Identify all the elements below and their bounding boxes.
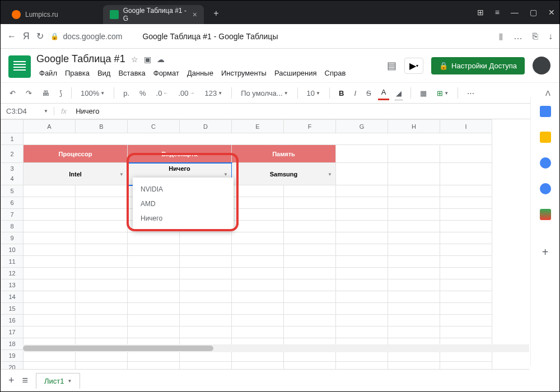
keep-icon[interactable] (540, 132, 551, 143)
redo-icon[interactable]: ↷ (22, 87, 35, 100)
menu-format[interactable]: Формат (151, 67, 182, 79)
col-header[interactable]: B (76, 120, 128, 133)
cloud-icon[interactable]: ☁ (157, 55, 165, 64)
paint-format-icon[interactable]: ⟆ (56, 87, 66, 100)
maps-icon[interactable] (540, 209, 551, 220)
font-size-select[interactable]: 10 ▼ (304, 87, 324, 100)
dropdown-arrow-icon[interactable]: ▼ (328, 171, 332, 176)
browser-tab-inactive[interactable]: Lumpics.ru (5, 5, 103, 24)
zoom-select[interactable]: 100% ▼ (77, 87, 108, 100)
italic-button[interactable]: I (351, 87, 360, 100)
document-title[interactable]: Google Таблица #1 (36, 53, 125, 65)
row-header[interactable]: 16 (1, 315, 24, 326)
col-header[interactable]: G (336, 120, 388, 133)
header-processor[interactable]: Процессор (24, 145, 128, 163)
bold-button[interactable]: B (335, 87, 347, 100)
more-icon[interactable]: … (514, 31, 522, 41)
menu-file[interactable]: Файл (36, 67, 60, 79)
fill-color-button[interactable]: ◢ (393, 87, 405, 100)
reload-icon[interactable]: ↻ (36, 31, 44, 41)
header-memory[interactable]: Память (232, 145, 336, 163)
col-header[interactable]: I (440, 120, 492, 133)
sheets-logo-icon[interactable] (8, 55, 31, 78)
row-header[interactable]: 17 (1, 326, 24, 338)
select-all-corner[interactable] (1, 120, 24, 133)
decrease-decimal-button[interactable]: .0← (153, 87, 172, 100)
format-123-button[interactable]: 123 ▼ (202, 87, 226, 100)
star-icon[interactable]: ☆ (131, 55, 138, 64)
share-button[interactable]: 🔒 Настройки Доступа (431, 57, 525, 74)
menu-data[interactable]: Данные (184, 67, 216, 79)
row-header[interactable]: 8 (1, 221, 24, 232)
back-icon[interactable]: ← (7, 31, 16, 41)
move-icon[interactable]: ▣ (144, 55, 151, 64)
increase-decimal-button[interactable]: .00→ (175, 87, 198, 100)
spreadsheet-grid[interactable]: A B C D E F G H I 1 2 Процессор Видеокар… (1, 119, 559, 375)
browser-tab-active[interactable]: Google Таблица #1 - G × (103, 5, 204, 24)
horizontal-scrollbar[interactable] (23, 344, 529, 352)
strike-button[interactable]: S (363, 87, 375, 100)
download-icon[interactable]: ↓ (548, 31, 553, 41)
url-box[interactable]: 🔒 docs.google.com (50, 32, 123, 41)
close-icon[interactable]: × (193, 10, 197, 19)
row-header[interactable]: 18 (1, 338, 24, 350)
row-header[interactable]: 2 (1, 145, 24, 163)
chevron-down-icon[interactable]: ▼ (68, 379, 72, 384)
row-header[interactable]: 6 (1, 197, 24, 209)
percent-button[interactable]: % (136, 87, 150, 100)
menu-extensions[interactable]: Расширения (272, 67, 320, 79)
all-sheets-icon[interactable]: ≡ (22, 375, 29, 386)
borders-button[interactable]: ▦ (417, 87, 430, 100)
library-icon[interactable]: ⊞ (477, 8, 484, 17)
cell-memory-value[interactable]: Samsung ▼ (232, 163, 336, 185)
menu-insert[interactable]: Вставка (115, 67, 148, 79)
merge-button[interactable]: ⊞ ▼ (433, 87, 452, 100)
menu-help[interactable]: Справ (322, 67, 349, 79)
dropdown-arrow-icon[interactable]: ▼ (223, 171, 228, 176)
col-header[interactable]: A (24, 120, 76, 133)
col-header[interactable]: H (388, 120, 440, 133)
account-avatar[interactable] (533, 57, 550, 74)
add-panel-icon[interactable]: + (542, 246, 549, 259)
dropdown-arrow-icon[interactable]: ▼ (119, 171, 124, 176)
row-header[interactable]: 13 (1, 279, 24, 291)
row-header[interactable]: 19 (1, 350, 24, 362)
comments-icon[interactable]: ▤ (387, 59, 396, 72)
row-header[interactable]: 12 (1, 268, 24, 279)
new-tab-button[interactable]: + (208, 6, 224, 21)
dropdown-option[interactable]: Ничего (133, 211, 234, 226)
name-box[interactable]: C3:D4 ▼ (1, 107, 54, 115)
col-header[interactable]: D (180, 120, 232, 133)
sheet-tab-active[interactable]: Лист1 ▼ (36, 373, 80, 389)
cell-processor-value[interactable]: Intel ▼ (24, 163, 128, 185)
row-header[interactable]: 7 (1, 209, 24, 221)
menu-edit[interactable]: Правка (62, 67, 92, 79)
text-color-button[interactable]: A (378, 86, 390, 100)
tasks-icon[interactable] (540, 157, 551, 169)
row-header[interactable]: 15 (1, 303, 24, 315)
menu-tools[interactable]: Инструменты (218, 67, 269, 79)
col-header[interactable]: E (232, 120, 284, 133)
contacts-icon[interactable] (540, 183, 551, 194)
row-header[interactable]: 5 (1, 185, 24, 197)
row-header[interactable]: 14 (1, 291, 24, 303)
data-validation-dropdown[interactable]: NVIDIA AMD Ничего (133, 178, 234, 230)
row-header[interactable]: 11 (1, 256, 24, 268)
row-header[interactable]: 10 (1, 244, 24, 256)
font-select[interactable]: По умолча... ▼ (237, 87, 291, 100)
col-header[interactable]: F (284, 120, 336, 133)
extensions-icon[interactable]: ⎘ (533, 31, 538, 41)
row-header[interactable]: 9 (1, 232, 24, 244)
currency-button[interactable]: р. (120, 87, 133, 100)
add-sheet-icon[interactable]: + (8, 375, 15, 386)
row-header[interactable]: 34 (1, 163, 24, 185)
menu-view[interactable]: Вид (95, 67, 114, 79)
dropdown-option[interactable]: AMD (133, 197, 234, 211)
present-button[interactable]: ▶ ▾ (404, 58, 423, 74)
toolbar-more-button[interactable]: ⋯ (464, 87, 478, 100)
menu-icon[interactable]: ≡ (495, 8, 500, 17)
minimize-icon[interactable]: — (511, 8, 519, 17)
yandex-icon[interactable]: Я (23, 31, 30, 41)
undo-icon[interactable]: ↶ (6, 87, 19, 100)
formula-value[interactable]: Ничего (73, 107, 101, 115)
